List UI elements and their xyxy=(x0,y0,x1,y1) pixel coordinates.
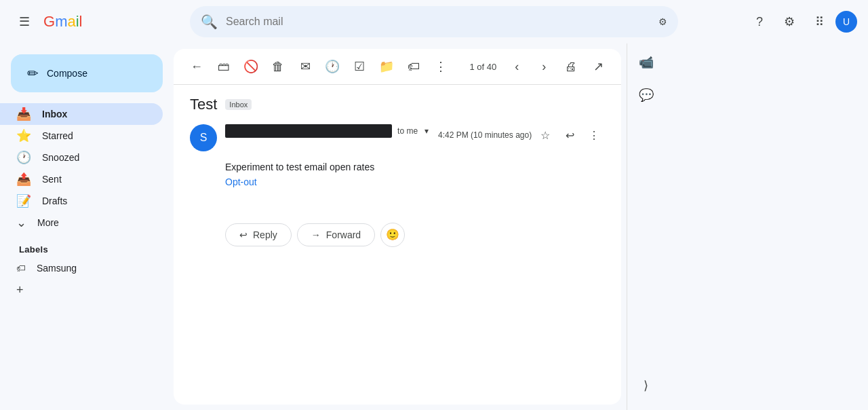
emoji-button[interactable]: 🙂 xyxy=(380,223,405,247)
email-body: Experiment to test email open rates Opt-… xyxy=(190,160,605,190)
right-panel: 📹 💬 ⟩ xyxy=(627,43,665,410)
sidebar-item-samsung[interactable]: 🏷 Samsung xyxy=(0,257,163,279)
forward-btn-label: Forward xyxy=(326,229,361,240)
chat-tab[interactable]: 💬 xyxy=(633,81,660,109)
delete-button[interactable]: 🗑 xyxy=(266,54,290,79)
page-count: 1 of 40 xyxy=(469,62,496,72)
spam-icon: 🚫 xyxy=(243,59,258,74)
search-options-icon[interactable]: ⚙ xyxy=(658,16,667,27)
search-bar[interactable]: 🔍 ⚙ xyxy=(190,6,678,37)
sidebar-item-sent[interactable]: 📤 Sent xyxy=(0,168,163,190)
print-icon: 🖨 xyxy=(565,60,577,74)
chevron-left-icon: ‹ xyxy=(515,60,519,74)
next-email-button[interactable]: › xyxy=(532,54,556,79)
archive-button[interactable]: 🗃 xyxy=(212,54,236,79)
archive-icon: 🗃 xyxy=(218,60,230,74)
more-message-button[interactable]: ⋮ xyxy=(583,124,605,146)
email-message: S ████████████████████████ to me ▾ 4:42 … xyxy=(174,119,621,206)
sidebar-item-inbox[interactable]: 📥 Inbox xyxy=(0,103,163,125)
open-new-window-button[interactable]: ↗ xyxy=(586,54,610,79)
chevron-right-icon: › xyxy=(542,60,546,74)
hamburger-icon: ☰ xyxy=(19,14,30,29)
menu-button[interactable]: ☰ xyxy=(11,8,38,35)
snooze-button[interactable]: 🕐 xyxy=(320,54,344,79)
email-subject-bar: Test Inbox xyxy=(174,85,621,119)
tasks-icon: ☑ xyxy=(354,59,365,74)
expand-icon: ⟩ xyxy=(644,378,648,393)
reply-button[interactable]: ↩ Reply xyxy=(225,223,292,246)
labels-button[interactable]: 🏷 xyxy=(401,54,426,79)
sidebar-item-label: Inbox xyxy=(42,109,67,119)
more-options-button[interactable]: ⋮ xyxy=(429,54,453,79)
action-buttons: ↩ Reply → Forward 🙂 xyxy=(174,206,621,263)
compose-label: Compose xyxy=(47,68,87,79)
support-button[interactable]: ? xyxy=(746,8,773,35)
reply-icon: ↩ xyxy=(566,129,574,142)
move-to-button[interactable]: 📁 xyxy=(374,54,399,79)
message-actions: 4:42 PM (10 minutes ago) ☆ ↩ ⋮ xyxy=(438,124,605,146)
add-icon: + xyxy=(16,283,24,297)
emoji-icon: 🙂 xyxy=(386,228,399,241)
sender-avatar: S xyxy=(190,124,217,151)
sidebar-item-more[interactable]: ⌄ More xyxy=(0,212,163,234)
sender-info: ████████████████████████ to me ▾ xyxy=(225,124,430,138)
external-link-icon: ↗ xyxy=(593,59,604,74)
snooze-icon: 🕐 xyxy=(325,59,340,74)
topbar-right: ? ⚙ ⠿ U xyxy=(746,8,857,35)
search-input[interactable] xyxy=(226,16,650,28)
gmail-logo: Gmail xyxy=(43,13,82,31)
more-dots-icon: ⋮ xyxy=(435,59,447,74)
expand-panel-button[interactable]: ⟩ xyxy=(633,372,660,399)
settings-button[interactable]: ⚙ xyxy=(776,8,803,35)
compose-button[interactable]: ✏ Compose xyxy=(11,54,163,92)
mark-unread-button[interactable]: ✉ xyxy=(293,54,317,79)
labels-icon: 🏷 xyxy=(408,60,420,74)
star-button[interactable]: ☆ xyxy=(534,124,556,146)
star-icon: ☆ xyxy=(540,129,550,142)
sidebar-item-label: Sent xyxy=(42,174,62,185)
compose-icon: ✏ xyxy=(27,65,39,81)
sidebar-item-starred[interactable]: ⭐ Starred xyxy=(0,125,163,147)
add-tasks-button[interactable]: ☑ xyxy=(347,54,372,79)
add-label-button[interactable]: + xyxy=(0,279,163,301)
reply-quick-button[interactable]: ↩ xyxy=(559,124,580,146)
sidebar-item-snoozed[interactable]: 🕐 Snoozed xyxy=(0,147,163,168)
print-button[interactable]: 🖨 xyxy=(559,54,583,79)
move-icon: 📁 xyxy=(379,59,394,74)
avatar[interactable]: U xyxy=(835,11,857,33)
prev-email-button[interactable]: ‹ xyxy=(505,54,529,79)
inbox-badge[interactable]: Inbox xyxy=(225,99,252,110)
opt-out-link[interactable]: Opt-out xyxy=(225,176,257,187)
gear-icon: ⚙ xyxy=(784,14,795,29)
forward-btn-icon: → xyxy=(311,229,321,240)
show-details-button[interactable]: ▾ xyxy=(423,125,430,137)
chat-icon: 💬 xyxy=(639,88,654,102)
apps-button[interactable]: ⠿ xyxy=(806,8,833,35)
sidebar-item-drafts[interactable]: 📝 Drafts xyxy=(0,190,163,212)
email-timestamp: 4:42 PM (10 minutes ago) xyxy=(438,130,532,140)
back-button[interactable]: ← xyxy=(184,54,209,79)
forward-button[interactable]: → Forward xyxy=(297,223,375,246)
reply-btn-label: Reply xyxy=(253,229,277,240)
grid-icon: ⠿ xyxy=(815,14,824,29)
report-spam-button[interactable]: 🚫 xyxy=(239,54,263,79)
email-body-line1: Experiment to test email open rates xyxy=(225,160,605,174)
inbox-icon: 📥 xyxy=(16,107,31,122)
sidebar-item-label: More xyxy=(37,217,59,228)
star-nav-icon: ⭐ xyxy=(16,128,31,143)
more-icon: ⋮ xyxy=(589,129,599,142)
sidebar-item-label: Samsung xyxy=(37,263,77,274)
sidebar: ✏ Compose 📥 Inbox ⭐ Starred 🕐 Snoozed 📤 … xyxy=(0,43,174,410)
topbar-left: ☰ Gmail xyxy=(11,8,184,35)
page-body: ✏ Compose 📥 Inbox ⭐ Starred 🕐 Snoozed 📤 … xyxy=(0,43,665,410)
message-header: S ████████████████████████ to me ▾ 4:42 … xyxy=(190,124,605,151)
meet-tab[interactable]: 📹 xyxy=(633,49,660,76)
label-icon: 🏷 xyxy=(16,263,26,274)
sidebar-item-label: Drafts xyxy=(42,195,67,206)
topbar: ☰ Gmail 🔍 ⚙ ? ⚙ ⠿ U xyxy=(0,0,868,43)
to-me-label: to me xyxy=(397,126,418,136)
sender-name-bar: ████████████████████████ to me ▾ xyxy=(225,124,430,138)
sidebar-item-label: Starred xyxy=(42,130,73,141)
search-icon: 🔍 xyxy=(201,14,218,30)
clock-icon: 🕐 xyxy=(16,150,31,165)
